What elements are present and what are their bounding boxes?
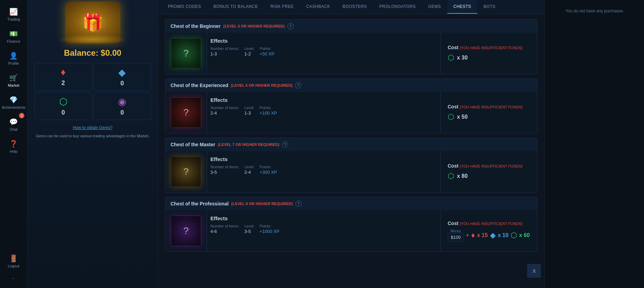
tab-prolongators[interactable]: PROLONGATORS — [373, 0, 422, 14]
tab-bots[interactable]: BOTS — [477, 0, 502, 14]
effect-level: Level: 1-3 — [244, 106, 254, 116]
chest-beginner-content: ? Effects Number of items: 1-3 Level: 1-… — [165, 33, 537, 74]
sidebar-item-arrow[interactable]: ← — [0, 272, 27, 285]
red-gem-count: 2 — [62, 79, 65, 87]
effect-level: Level: 3-5 — [244, 224, 254, 234]
level-value: 1-2 — [244, 51, 254, 56]
tab-bonus-to-balance[interactable]: BONUS TO BALANCE — [207, 0, 264, 14]
green-gem-cost: x 60 — [519, 232, 530, 238]
chest-experienced-image-wrap: ? — [165, 92, 207, 133]
tab-cashback[interactable]: CASHBACK — [300, 0, 336, 14]
achievements-icon: 💎 — [9, 96, 18, 104]
effect-items: Number of items: 3-5 — [210, 165, 239, 175]
chest-experienced-effects: Effects Number of items: 2-4 Level: 1-3 … — [207, 92, 441, 133]
effect-points: Points: +1000 XP — [260, 224, 279, 234]
chest-beginner-effects-title: Effects — [210, 38, 437, 44]
gem-green-icon: ⬡ — [448, 53, 454, 62]
cost-complex-display: Money $100 + ♦ x 15 ◆ x 10 ⬡ x 60 — [448, 229, 530, 242]
no-purchases-text: You do not have any purchases — [566, 9, 623, 13]
chest-professional-box[interactable]: ? — [171, 215, 201, 246]
chest-professional-cost: Cost [YOU HAVE INSUFFICIENT FUNDS] Money… — [441, 210, 537, 252]
chest-master-level-req: [LEVEL 7 OR HIGHER REQUIRED] — [218, 142, 279, 147]
sidebar-item-label: Finance — [7, 39, 20, 43]
sidebar-item-label: Help — [10, 149, 18, 153]
items-label: Number of items: — [210, 106, 239, 110]
sidebar: 📈 Trading 💵 Finance 👤 Profile 🛒 Market 💎… — [0, 0, 28, 288]
chest-experienced-title: Chest of the Experienced — [171, 83, 228, 88]
scroll-to-top-button[interactable]: ∧ — [527, 264, 541, 278]
red-gem-display: ♦ — [471, 231, 475, 240]
level-value: 3-5 — [244, 229, 254, 234]
chest-experienced-cost: Cost [YOU HAVE INSUFFICIENT FUNDS] ⬡ x 5… — [441, 92, 537, 133]
gem-box-green: ⬡ 0 — [34, 92, 92, 120]
chest-master-effects: Effects Number of items: 3-5 Level: 2-4 … — [207, 151, 441, 192]
cost-insufficient: [YOU HAVE INSUFFICIENT FUNDS] — [460, 46, 523, 50]
points-value: +50 XP — [260, 51, 274, 56]
how-to-obtain-link[interactable]: How to obtain Gems? — [73, 125, 112, 130]
chest-experienced: Chest of the Experienced [LEVEL 6 OR HIG… — [165, 78, 537, 134]
balance-display: Balance: $0.00 — [64, 48, 121, 58]
chest-experienced-header: Chest of the Experienced [LEVEL 6 OR HIG… — [165, 79, 537, 92]
sidebar-item-chat-wrap: 💬 Chat 3 — [0, 114, 27, 136]
chest-question-mark: ? — [183, 225, 189, 236]
sidebar-item-logout[interactable]: 🚪 Logout — [0, 250, 27, 272]
items-value: 4-6 — [210, 229, 239, 234]
gem-cost-count: x 80 — [457, 173, 468, 179]
tab-gems[interactable]: GEMS — [422, 0, 447, 14]
chest-beginner-help[interactable]: ? — [287, 23, 294, 29]
cost-label: Cost — [448, 163, 458, 169]
items-label: Number of items: — [210, 165, 239, 169]
chest-master-help[interactable]: ? — [282, 141, 288, 148]
chest-professional-help[interactable]: ? — [295, 201, 302, 207]
cost-insufficient: [YOU HAVE INSUFFICIENT FUNDS] — [460, 105, 523, 109]
chest-beginner-level-req: [LEVEL 5 OR HIGHER REQUIRED] — [223, 24, 284, 28]
chest-professional-effects-details: Number of items: 4-6 Level: 3-5 Points: … — [210, 224, 437, 234]
chest-master-image-wrap: ? — [165, 151, 207, 192]
points-value: +300 XP — [260, 170, 277, 175]
gem-green-icon: ⬡ — [448, 172, 454, 181]
gem-box-blue: ◆ 0 — [94, 63, 151, 91]
sidebar-item-chat[interactable]: 💬 Chat 3 — [0, 114, 27, 136]
level-label: Level: — [244, 106, 254, 110]
sidebar-item-label: Market — [8, 83, 20, 87]
chest-experienced-help[interactable]: ? — [295, 82, 301, 88]
sidebar-item-achievements[interactable]: 💎 Achievements — [0, 92, 27, 114]
chest-beginner-title: Chest of the Beginner — [171, 23, 220, 29]
sidebar-item-profile[interactable]: 👤 Profile — [0, 47, 27, 70]
sidebar-item-market[interactable]: 🛒 Market — [0, 70, 27, 92]
sidebar-item-trading[interactable]: 📈 Trading — [0, 3, 27, 25]
cost-label: Cost — [448, 104, 458, 109]
chest-beginner-box[interactable]: ? — [171, 38, 201, 69]
cost-label: Cost — [448, 45, 458, 50]
blue-gem-cost: x 10 — [498, 232, 509, 238]
points-label: Points: — [260, 224, 279, 228]
plus-sign: + — [466, 232, 469, 238]
tab-risk-free[interactable]: RISK FREE — [264, 0, 300, 14]
effect-items: Number of items: 4-6 — [210, 224, 239, 234]
effect-level: Level: 1-2 — [244, 46, 254, 56]
tab-chests[interactable]: CHESTS — [447, 0, 478, 14]
sidebar-item-help[interactable]: ❓ Help — [0, 136, 27, 158]
gems-grid: ♦ 2 ◆ 0 ⬡ 0 ◉ 0 — [34, 63, 151, 120]
chest-beginner-effects-details: Number of items: 1-3 Level: 1-2 Points: … — [210, 46, 437, 56]
cost-gems-display: ⬡ x 50 — [448, 113, 530, 121]
effect-points: Points: +100 XP — [260, 106, 277, 116]
chest-master-box[interactable]: ? — [171, 156, 201, 187]
chest-experienced-effects-details: Number of items: 2-4 Level: 1-3 Points: … — [210, 106, 437, 116]
chest-master-content: ? Effects Number of items: 3-5 Level: 2-… — [165, 151, 537, 192]
sidebar-item-finance[interactable]: 💵 Finance — [0, 25, 27, 47]
coins-decoration — [58, 34, 127, 45]
chest-professional-effects-title: Effects — [210, 215, 437, 221]
points-label: Points: — [260, 106, 277, 110]
chest-experienced-box[interactable]: ? — [171, 97, 201, 128]
points-label: Points: — [260, 165, 277, 169]
effect-points: Points: +300 XP — [260, 165, 277, 175]
tab-boosters[interactable]: BOOSTERS — [336, 0, 373, 14]
items-value: 1-3 — [210, 51, 239, 56]
gem-box-purple: ◉ 0 — [94, 92, 151, 120]
chest-beginner-effects: Effects Number of items: 1-3 Level: 1-2 … — [207, 33, 441, 74]
tab-promo-codes[interactable]: PROMO CODES — [162, 0, 207, 14]
chat-badge: 3 — [19, 113, 24, 118]
items-value: 3-5 — [210, 170, 239, 175]
effect-items: Number of items: 2-4 — [210, 106, 239, 116]
